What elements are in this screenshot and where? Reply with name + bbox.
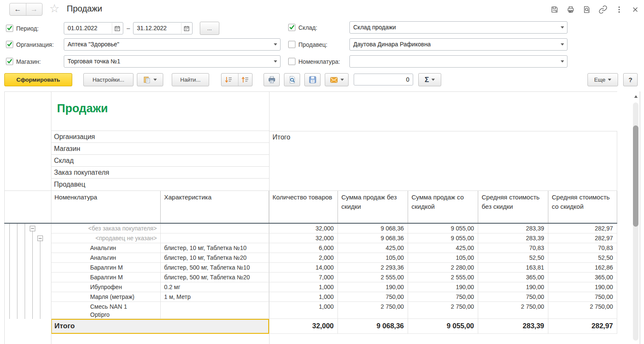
- grand-total-value-cell[interactable]: 9 068,36: [338, 319, 408, 334]
- warehouse-dropdown-button[interactable]: [558, 22, 567, 33]
- value-cell[interactable]: 190,00: [548, 282, 617, 292]
- value-cell[interactable]: 2,000: [269, 253, 338, 263]
- column-header-cell[interactable]: Номенклатура: [51, 191, 161, 223]
- print-button[interactable]: [264, 73, 280, 86]
- value-cell[interactable]: 52,50: [478, 253, 548, 263]
- forward-button[interactable]: →: [26, 3, 43, 15]
- nomenclature-cell[interactable]: Анальгин: [51, 243, 161, 253]
- value-cell[interactable]: 425,00: [408, 243, 478, 253]
- characteristic-cell[interactable]: блистер, 10 мг, Таблетка №20: [161, 253, 269, 263]
- nomenclature-cell[interactable]: Ибупрофен: [51, 282, 161, 292]
- value-cell[interactable]: 190,00: [478, 282, 548, 292]
- nomenclature-cell[interactable]: <продавец не указан>: [51, 233, 161, 243]
- value-cell[interactable]: 70,83: [478, 243, 548, 253]
- characteristic-cell[interactable]: блистер, 10 мг, Таблетка №10: [161, 243, 269, 253]
- grand-total-value-cell[interactable]: 282,97: [548, 319, 617, 334]
- scrollbar-track[interactable]: [633, 102, 638, 341]
- sort-asc-button[interactable]: [238, 74, 252, 86]
- grand-total-value-cell[interactable]: 9 055,00: [408, 319, 478, 334]
- value-cell[interactable]: 14,000: [269, 263, 338, 273]
- value-cell[interactable]: 190,00: [338, 282, 408, 292]
- value-cell[interactable]: 365,00: [478, 273, 548, 282]
- characteristic-cell[interactable]: блистер, 500 мг, Таблетка №10: [161, 263, 269, 273]
- value-cell[interactable]: 52,50: [548, 253, 617, 263]
- value-cell[interactable]: 2 555,00: [338, 273, 408, 282]
- info-row-0[interactable]: Организация: [51, 131, 269, 143]
- value-cell[interactable]: 283,39: [478, 224, 548, 233]
- warehouse-checkbox[interactable]: [288, 24, 295, 31]
- value-cell[interactable]: 750,00: [338, 292, 408, 302]
- value-cell[interactable]: 365,00: [548, 273, 617, 282]
- value-cell[interactable]: 32,000: [269, 233, 338, 243]
- preview-icon[interactable]: [582, 5, 591, 14]
- generate-button[interactable]: Сформировать: [4, 73, 72, 86]
- nomenclature-cell[interactable]: Анальгин: [51, 253, 161, 263]
- sum-button[interactable]: Σ: [418, 73, 441, 86]
- value-cell[interactable]: 2 750,00: [478, 302, 548, 319]
- grand-total-value-cell[interactable]: 32,000: [269, 319, 338, 334]
- scrollbar-thumb[interactable]: [633, 125, 638, 227]
- value-cell[interactable]: 6,000: [269, 243, 338, 253]
- value-cell[interactable]: 105,00: [408, 253, 478, 263]
- nomenclature-input[interactable]: [349, 55, 567, 68]
- nomenclature-cell[interactable]: Марля (метраж): [51, 292, 161, 302]
- column-header-cell[interactable]: Средняя стоимость со скидкой: [548, 191, 617, 223]
- value-cell[interactable]: 7,000: [269, 273, 338, 282]
- nomenclature-cell[interactable]: Баралгин М: [51, 273, 161, 282]
- value-cell[interactable]: 750,00: [478, 292, 548, 302]
- characteristic-cell[interactable]: 0.2 мг: [161, 282, 269, 292]
- value-cell[interactable]: 9 055,00: [408, 224, 478, 233]
- characteristic-cell[interactable]: [161, 224, 269, 233]
- total-header-cell[interactable]: Итого: [269, 131, 617, 190]
- settings-button[interactable]: Настройки...: [83, 73, 133, 86]
- value-cell[interactable]: 2 293,36: [338, 263, 408, 273]
- info-row-4[interactable]: Продавец: [51, 179, 269, 190]
- value-cell[interactable]: 9 068,36: [338, 233, 408, 243]
- value-cell[interactable]: 2 555,00: [408, 273, 478, 282]
- collapse-toggle[interactable]: [37, 236, 43, 241]
- nomenclature-checkbox[interactable]: [288, 58, 295, 65]
- back-button[interactable]: ←: [10, 3, 26, 15]
- nomenclature-dropdown-button[interactable]: [558, 56, 567, 67]
- value-cell[interactable]: 32,000: [269, 224, 338, 233]
- value-cell[interactable]: 105,00: [338, 253, 408, 263]
- mail-button[interactable]: [325, 73, 349, 86]
- characteristic-cell[interactable]: [161, 302, 269, 319]
- nomenclature-cell[interactable]: Баралгин М: [51, 263, 161, 273]
- kebab-menu-icon[interactable]: [614, 5, 624, 14]
- value-cell[interactable]: 1,000: [269, 282, 338, 292]
- value-cell[interactable]: 2 750,00: [338, 302, 408, 319]
- value-cell[interactable]: 2 750,00: [408, 302, 478, 319]
- value-cell[interactable]: 750,00: [548, 292, 617, 302]
- link-icon[interactable]: [598, 5, 607, 14]
- characteristic-cell[interactable]: блистер, 500 мг, Таблетка №20: [161, 273, 269, 282]
- value-cell[interactable]: 282,97: [548, 233, 617, 243]
- value-cell[interactable]: 1,000: [269, 302, 338, 319]
- value-cell[interactable]: 9 055,00: [408, 233, 478, 243]
- info-row-3[interactable]: Заказ покупателя: [51, 167, 269, 179]
- help-button[interactable]: ?: [623, 73, 638, 86]
- nomenclature-cell[interactable]: <без заказа покупателя>: [51, 224, 161, 233]
- characteristic-cell[interactable]: 1 м, Метр: [161, 292, 269, 302]
- column-header-cell[interactable]: Сумма продаж со скидкой: [408, 191, 478, 223]
- grand-total-label-cell[interactable]: Итого: [51, 319, 269, 334]
- column-header-cell[interactable]: Средняя стоимость без скидки: [478, 191, 548, 223]
- info-row-2[interactable]: Склад: [51, 155, 269, 167]
- value-cell[interactable]: 2 280,00: [408, 263, 478, 273]
- favorite-star-icon[interactable]: ☆: [49, 2, 60, 15]
- value-cell[interactable]: 425,00: [338, 243, 408, 253]
- seller-checkbox[interactable]: [288, 41, 295, 48]
- save-button[interactable]: [304, 73, 321, 86]
- seller-dropdown-button[interactable]: [558, 39, 567, 50]
- grand-total-value-cell[interactable]: 283,39: [478, 319, 548, 334]
- value-cell[interactable]: 2 750,00: [548, 302, 617, 319]
- value-cell[interactable]: 162,86: [548, 263, 617, 273]
- save-icon[interactable]: [550, 5, 559, 14]
- sort-desc-button[interactable]: [221, 74, 235, 86]
- value-cell[interactable]: 1,000: [269, 292, 338, 302]
- column-header-cell[interactable]: Количество товаров: [269, 191, 338, 223]
- column-header-cell[interactable]: Сумма продаж без скидки: [338, 191, 408, 223]
- find-button[interactable]: Найти...: [172, 73, 209, 86]
- value-cell[interactable]: 70,83: [548, 243, 617, 253]
- nomenclature-cell[interactable]: Смесь NAN 1 Optipro: [51, 302, 161, 319]
